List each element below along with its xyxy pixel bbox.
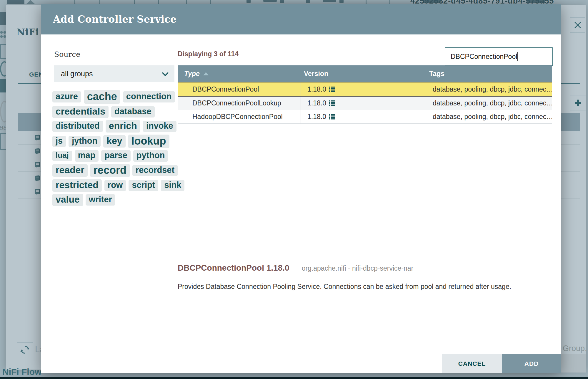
tag-pill-connection[interactable]: connection [123, 91, 175, 102]
source-label: Source [54, 50, 80, 59]
close-icon [573, 21, 582, 29]
tag-pill-script[interactable]: script [129, 180, 158, 191]
selected-service-description: Provides Database Connection Pooling Ser… [178, 283, 551, 291]
tag-pill-cache[interactable]: cache [84, 90, 120, 104]
book-icon [34, 188, 41, 195]
nifi-logo-fragment [26, 0, 35, 4]
refresh-icon [20, 345, 30, 355]
toolbar-icon-fragment [527, 0, 545, 3]
tag-pill-parse[interactable]: parse [101, 150, 130, 161]
service-type: DBCPConnectionPool [178, 82, 301, 96]
tag-pill-record[interactable]: record [90, 164, 130, 177]
book-icon [34, 134, 41, 141]
table-header-row: Type Version Tags [178, 65, 552, 82]
selected-service-bundle: org.apache.nifi - nifi-dbcp-service-nar [302, 264, 414, 272]
tag-pill-luaj[interactable]: luaj [52, 151, 72, 161]
toolbar-icon-fragment [323, 0, 336, 2]
filter-input[interactable]: DBCPConnectionPool [445, 47, 553, 66]
toolbar-icon-fragment [263, 0, 277, 2]
book-icon [34, 148, 41, 155]
dialog-title: Add Controller Service [53, 4, 176, 34]
tag-pill-enrich[interactable]: enrich [106, 120, 140, 133]
source-group-dropdown[interactable]: all groups [54, 65, 174, 82]
text-caret [517, 52, 518, 61]
service-version: 1.18.0 [301, 110, 426, 123]
tag-pill-js[interactable]: js [52, 136, 66, 147]
left-toolbar-icon-fragment [0, 12, 6, 25]
toolbar-icon-fragment [339, 0, 344, 3]
background-close-button [570, 17, 585, 33]
column-header-version[interactable]: Version [301, 70, 426, 78]
tag-pill-reader[interactable]: reader [52, 164, 88, 177]
dialog-header: Add Controller Service [41, 4, 561, 34]
tag-pill-credentials[interactable]: credentials [52, 106, 109, 118]
tag-pill-lookup[interactable]: lookup [128, 135, 169, 148]
service-tags: database, pooling, dbcp, jdbc, connec… [426, 97, 552, 110]
controller-service-table: Type Version Tags DBCPConnectionPool1.18… [178, 65, 552, 124]
toolbar-icon-fragment [424, 0, 441, 3]
column-header-tags[interactable]: Tags [426, 70, 552, 78]
service-version: 1.18.0 [301, 82, 426, 96]
toolbar-icon-fragment [246, 0, 251, 3]
filter-input-value: DBCPConnectionPool [451, 53, 517, 61]
result-count: Displaying 3 of 114 [178, 50, 239, 58]
left-toolbar-icon-fragment [0, 31, 6, 41]
toolbar-icon-fragment [280, 0, 284, 3]
service-version: 1.18.0 [301, 97, 426, 110]
nifi-screen: 42592682-d45-4d85-791-db4-575a55 aa NiFi… [0, 0, 588, 379]
background-group-text: Group. [563, 344, 587, 353]
tag-pill-database[interactable]: database [111, 106, 155, 117]
service-type: DBCPConnectionPoolLookup [178, 97, 301, 110]
tag-cloud: azurecacheconnectioncredentialsdatabased… [52, 90, 188, 206]
tag-pill-map[interactable]: map [75, 150, 99, 161]
toolbar-icon-fragment [306, 0, 310, 3]
tag-pill-key[interactable]: key [103, 135, 125, 148]
tag-pill-invoke[interactable]: invoke [143, 121, 176, 132]
tag-pill-recordset[interactable]: recordset [132, 165, 178, 176]
background-add-button [570, 95, 586, 110]
tag-pill-sink[interactable]: sink [161, 180, 184, 191]
tag-pill-python[interactable]: python [133, 150, 168, 161]
add-controller-service-dialog: Add Controller Service Source all groups… [41, 4, 561, 373]
table-row-HadoopDBCPConnectionPool[interactable]: HadoopDBCPConnectionPool1.18.0database, … [178, 110, 552, 124]
nifi-logo-fragment [7, 0, 24, 4]
tag-pill-writer[interactable]: writer [86, 194, 115, 206]
versions-list-icon [329, 87, 335, 92]
background-button-fragment [561, 354, 586, 373]
book-icon [34, 175, 41, 182]
service-tags: database, pooling, dbcp, jdbc, connec… [426, 82, 552, 96]
table-row-DBCPConnectionPoolLookup[interactable]: DBCPConnectionPoolLookup1.18.0database, … [178, 97, 552, 110]
bottom-status-bar [0, 377, 588, 379]
selected-service-name: DBCPConnectionPool 1.18.0 [178, 263, 289, 273]
table-row-DBCPConnectionPool[interactable]: DBCPConnectionPool1.18.0database, poolin… [178, 82, 552, 97]
sort-ascending-icon [203, 72, 209, 75]
versions-list-icon [329, 100, 335, 106]
tag-pill-azure[interactable]: azure [52, 91, 81, 102]
cancel-button[interactable]: CANCEL [442, 354, 502, 373]
plus-icon [574, 99, 582, 107]
versions-list-icon [329, 114, 335, 120]
dropdown-selected-value: all groups [61, 69, 93, 78]
tag-pill-jython[interactable]: jython [69, 136, 101, 147]
breadcrumb-nifi-flow: NiFi Flow [2, 367, 41, 377]
column-header-type[interactable]: Type [178, 70, 301, 78]
background-refresh-button [17, 342, 33, 357]
service-tags: database, pooling, dbcp, jdbc, connec… [426, 110, 552, 123]
tag-pill-restricted[interactable]: restricted [52, 179, 102, 192]
book-icon [34, 161, 41, 168]
selected-service-summary: DBCPConnectionPool 1.18.0 org.apache.nif… [178, 263, 413, 273]
left-toolbar-icon-fragment [0, 79, 6, 92]
tag-pill-row[interactable]: row [104, 180, 126, 191]
add-button[interactable]: ADD [502, 354, 561, 373]
tag-pill-distributed[interactable]: distributed [52, 121, 103, 132]
tag-pill-value[interactable]: value [52, 194, 83, 206]
chevron-down-icon [161, 70, 169, 78]
service-type: HadoopDBCPConnectionPool [178, 110, 301, 123]
